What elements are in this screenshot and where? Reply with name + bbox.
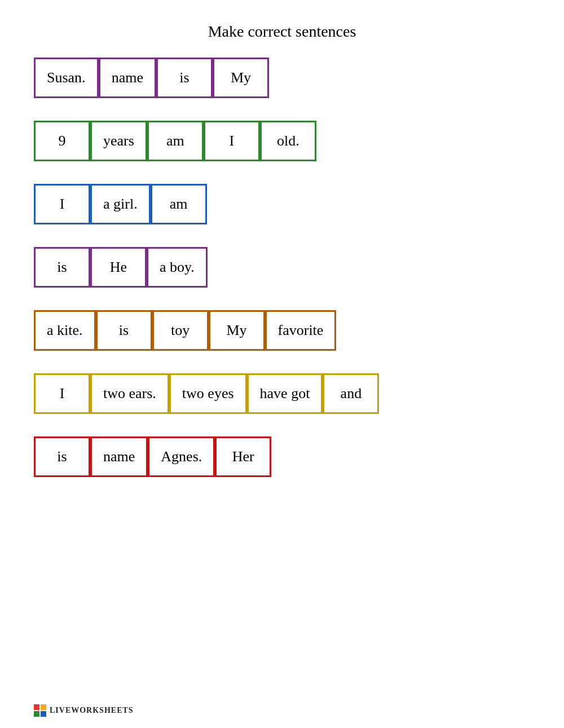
word-box[interactable]: Susan. [34,58,99,98]
row7: isnameAgnes.Her [34,436,530,477]
word-box[interactable]: is [34,247,90,288]
word-box[interactable]: 9 [34,121,90,161]
word-box[interactable]: Agnes. [148,436,215,477]
word-box[interactable]: My [213,58,269,98]
word-box[interactable]: and [323,373,379,414]
word-box[interactable]: a kite. [34,310,96,351]
word-box[interactable]: I [34,373,90,414]
svg-rect-1 [41,704,46,710]
logo [34,704,46,717]
footer: LIVEWORKSHEETS [34,704,134,717]
word-box[interactable]: is [156,58,213,98]
word-box[interactable]: favorite [265,310,337,351]
row5: a kite.istoyMyfavorite [34,310,530,351]
word-box[interactable]: toy [152,310,209,351]
word-box[interactable]: am [151,184,207,224]
word-box[interactable]: am [147,121,204,161]
row4: isHea boy. [34,247,530,288]
row1: Susan.nameisMy [34,58,530,98]
word-box[interactable]: name [90,436,148,477]
page-title: Make correct sentences [34,23,530,41]
word-box[interactable]: a girl. [90,184,151,224]
word-box[interactable]: is [96,310,152,351]
word-box[interactable]: I [34,184,90,224]
word-box[interactable]: He [90,247,147,288]
word-box[interactable]: years [90,121,147,161]
word-box[interactable]: name [99,58,156,98]
sentences-container: Susan.nameisMy9yearsamIold.Ia girl.amisH… [34,58,530,477]
word-box[interactable]: is [34,436,90,477]
word-box[interactable]: two ears. [90,373,169,414]
word-box[interactable]: old. [260,121,316,161]
word-box[interactable]: I [204,121,260,161]
row6: Itwo ears.two eyeshave gotand [34,373,530,414]
word-box[interactable]: two eyes [169,373,247,414]
word-box[interactable]: have got [247,373,323,414]
svg-rect-2 [34,711,39,717]
word-box[interactable]: a boy. [147,247,208,288]
word-box[interactable]: My [209,310,265,351]
row3: Ia girl.am [34,184,530,224]
row2: 9yearsamIold. [34,121,530,161]
brand-name: LIVEWORKSHEETS [50,706,134,715]
word-box[interactable]: Her [215,436,271,477]
svg-rect-0 [34,704,39,710]
svg-rect-3 [41,711,46,717]
